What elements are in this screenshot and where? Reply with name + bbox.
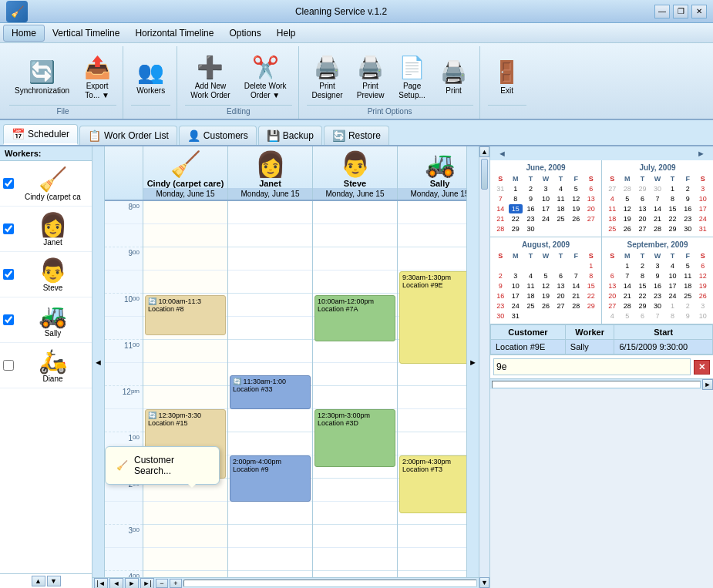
event-janet-1[interactable]: 🔄 11:30am-1:00Location #33 xyxy=(230,375,311,409)
sync-icon: 🔄 xyxy=(29,59,55,85)
menu-horizontal-timeline[interactable]: Horizontal Timeline xyxy=(127,25,221,41)
menu-home[interactable]: Home xyxy=(3,25,45,42)
tab-scheduler[interactable]: 📅 Scheduler xyxy=(3,124,78,145)
delete-work-order-button[interactable]: ✂️ Delete WorkOrder ▼ xyxy=(239,49,292,105)
customers-tab-label: Customers xyxy=(203,130,248,141)
cal-prev-btn[interactable]: ◄ xyxy=(495,149,510,158)
scroll-track[interactable] xyxy=(479,157,489,577)
workers-label: Workers: xyxy=(0,146,92,161)
restore-button[interactable]: ❐ xyxy=(673,5,688,18)
sidebar-hscroll[interactable]: ► xyxy=(490,378,713,389)
worker-checkbox-sally[interactable] xyxy=(3,314,14,325)
print-designer-icon: 🖨️ xyxy=(314,55,341,80)
cal-next-btn[interactable]: ► xyxy=(694,149,708,158)
detail-start: 6/15/2009 9:30:00 xyxy=(614,340,713,354)
scroll-down-btn[interactable]: ▼ xyxy=(479,577,489,588)
scroll-left-btn[interactable]: ◄ xyxy=(92,146,105,577)
minimize-button[interactable]: — xyxy=(654,5,670,18)
exit-buttons: 🚪 Exit xyxy=(488,49,526,105)
mini-calendars: June, 2009 SMTWTFS 31123456 78910111213 … xyxy=(490,160,713,324)
scroll-right-btn[interactable]: ► xyxy=(466,146,479,577)
sidebar-scroll-btn[interactable]: ► xyxy=(702,379,713,390)
print-button[interactable]: 🖨️ Print xyxy=(435,49,473,105)
hscroll-track[interactable] xyxy=(183,580,477,587)
print-designer-button[interactable]: 🖨️ PrintDesigner xyxy=(307,49,348,105)
worker-item-sally[interactable]: 🚜 Sally xyxy=(0,297,92,343)
search-clear-button[interactable]: ✕ xyxy=(694,360,710,375)
menu-options[interactable]: Options xyxy=(221,25,268,41)
nav-next-btn[interactable]: ► xyxy=(125,578,139,589)
steve-col-name: Steve xyxy=(344,179,366,188)
workers-group-label xyxy=(131,105,170,116)
detail-table: Customer Worker Start Location #9E Sally… xyxy=(490,324,713,354)
scroll-up-btn[interactable]: ▲ xyxy=(479,146,489,157)
backup-tab-label: Backup xyxy=(283,130,314,141)
vertical-scrollbar: ▲ ▼ xyxy=(479,146,489,588)
cal-july-grid: SMTWTFS 27282930123 45678910 11121314151… xyxy=(605,174,710,234)
event-cindy-1[interactable]: 🔄 10:00am-11:3Location #8 xyxy=(145,295,226,335)
worker-checkbox-cindy[interactable] xyxy=(3,178,14,189)
nav-last-btn[interactable]: ►| xyxy=(140,578,154,589)
event-sally-2[interactable]: 2:00pm-4:30pmLocation #T3 xyxy=(399,455,466,513)
editing-buttons: ➕ Add NewWork Order ✂️ Delete WorkOrder … xyxy=(185,49,291,105)
exit-button[interactable]: 🚪 Exit xyxy=(488,49,526,105)
close-button[interactable]: ✕ xyxy=(691,5,707,18)
tab-backup[interactable]: 💾 Backup xyxy=(258,126,322,145)
menu-help[interactable]: Help xyxy=(269,25,304,41)
workers-scroll-up[interactable]: ▲ xyxy=(32,576,45,586)
exit-icon: 🚪 xyxy=(493,59,520,85)
worker-checkbox-diane[interactable] xyxy=(3,360,14,371)
worker-cindy-icon: 🧹 xyxy=(39,166,67,193)
search-box: ✕ xyxy=(490,354,713,378)
cindy-column: 🔄 10:00am-11:3Location #8 🔄 12:30pm-3:30… xyxy=(143,201,228,577)
worker-item-cindy[interactable]: 🧹 Cindy (carpet ca xyxy=(0,161,92,207)
ribbon: 🔄 Synchronization 📤 ExportTo... ▼ File 👥… xyxy=(0,43,713,120)
add-wo-label: Add NewWork Order xyxy=(190,82,230,100)
right-sidebar: ◄ ► June, 2009 SMTWTFS 31123456 78910111… xyxy=(489,146,713,588)
workers-scroll-down[interactable]: ▼ xyxy=(47,576,61,586)
zoom-plus-btn[interactable]: + xyxy=(170,579,182,588)
steve-col-date: Monday, June 15 xyxy=(313,188,397,200)
col-header-steve: 👨 Steve Monday, June 15 xyxy=(313,146,398,200)
sidebar-hscroll-track[interactable] xyxy=(492,381,701,388)
steve-column: 10:00am-12:00pmLocation #7A 12:30pm-3:00… xyxy=(313,201,398,577)
add-work-order-button[interactable]: ➕ Add NewWork Order xyxy=(185,49,236,105)
print-designer-label: PrintDesigner xyxy=(312,82,343,100)
workers-buttons: 👥 Workers xyxy=(131,49,170,105)
print-buttons: 🖨️ PrintDesigner 🖨️ PrintPreview 📄 PageS… xyxy=(307,49,473,105)
event-steve-1[interactable]: 10:00am-12:00pmLocation #7A xyxy=(314,295,395,341)
tab-restore[interactable]: 🔄 Restore xyxy=(324,126,389,145)
workers-button[interactable]: 👥 Workers xyxy=(131,49,170,105)
event-janet-2[interactable]: 2:00pm-4:00pmLocation #9 xyxy=(230,455,311,502)
editing-group-label: Editing xyxy=(185,105,291,116)
worker-janet-inner: 👩 Janet xyxy=(17,211,89,247)
sally-col-icon: 🚜 xyxy=(425,150,456,179)
export-button[interactable]: 📤 ExportTo... ▼ xyxy=(78,49,116,105)
nav-first-btn[interactable]: |◄ xyxy=(94,578,108,589)
detail-row-1[interactable]: Location #9E Sally 6/15/2009 9:30:00 xyxy=(491,340,713,354)
worker-item-diane[interactable]: 🛵 Diane xyxy=(0,343,92,388)
sync-button[interactable]: 🔄 Synchronization xyxy=(9,49,75,105)
tab-customers[interactable]: 👤 Customers xyxy=(179,126,257,145)
print-preview-button[interactable]: 🖨️ PrintPreview xyxy=(351,49,390,105)
tab-work-order-list[interactable]: 📋 Work Order List xyxy=(79,126,177,145)
nav-prev-btn[interactable]: ◄ xyxy=(109,578,123,589)
cindy-col-name: Cindy (carpet care) xyxy=(147,179,224,188)
menu-vertical-timeline[interactable]: Vertical Timeline xyxy=(45,25,127,41)
export-icon: 📤 xyxy=(84,55,111,80)
scroll-thumb[interactable] xyxy=(481,159,488,190)
page-setup-button[interactable]: 📄 PageSetup... xyxy=(393,49,432,105)
ribbon-group-print: 🖨️ PrintDesigner 🖨️ PrintPreview 📄 PageS… xyxy=(301,46,480,119)
worker-item-steve[interactable]: 👨 Steve xyxy=(0,252,92,297)
zoom-minus-btn[interactable]: − xyxy=(156,579,168,588)
time-10: 10 00 xyxy=(105,294,143,317)
worker-diane-inner: 🛵 Diane xyxy=(17,348,89,383)
sally-col-name: Sally xyxy=(430,179,450,188)
event-sally-1[interactable]: 9:30am-1:30pmLocation #9E xyxy=(399,271,466,364)
search-input[interactable] xyxy=(493,358,691,375)
event-steve-2[interactable]: 12:30pm-3:00pmLocation #3D xyxy=(314,409,395,467)
worker-checkbox-steve[interactable] xyxy=(3,269,14,280)
worker-checkbox-janet[interactable] xyxy=(3,223,14,234)
worker-item-janet[interactable]: 👩 Janet xyxy=(0,207,92,252)
worker-sally-inner: 🚜 Sally xyxy=(17,302,89,338)
